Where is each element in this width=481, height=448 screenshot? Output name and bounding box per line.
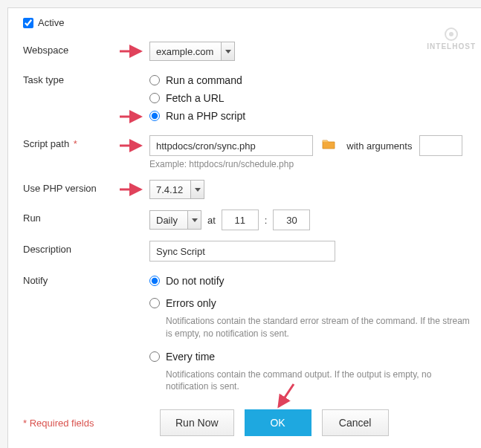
row-scriptpath: Script path * with arguments Example: ht… [23, 135, 476, 169]
scriptpath-label: Script path [23, 138, 69, 149]
notify-none[interactable]: Do not notify [149, 272, 476, 290]
chevron-down-icon [221, 42, 234, 60]
run-period-value: Daily [150, 215, 187, 226]
webspace-label: Webspace [23, 42, 149, 56]
webspace-select[interactable]: example.com [149, 42, 235, 61]
tasktype-php[interactable]: Run a PHP script [149, 107, 476, 125]
tasktype-label: Task type [23, 71, 149, 85]
description-label: Description [23, 241, 149, 255]
footer: * Required fields Run Now OK Cancel [23, 409, 476, 436]
time-separator: : [265, 215, 268, 226]
tasktype-php-label: Run a PHP script [166, 110, 245, 122]
folder-icon[interactable] [320, 135, 337, 152]
notify-every[interactable]: Every time [149, 348, 476, 366]
tasktype-url[interactable]: Fetch a URL [149, 89, 476, 107]
notify-errors[interactable]: Errors only [149, 294, 476, 312]
required-marker: * [74, 138, 77, 149]
row-notify: Notify Do not notify Errors only Notific… [23, 272, 476, 393]
tasktype-url-label: Fetch a URL [166, 92, 225, 104]
row-phpversion: Use PHP version 7.4.12 [23, 180, 476, 199]
notify-errors-label: Errors only [166, 297, 216, 309]
tasktype-command[interactable]: Run a command [149, 71, 476, 89]
phpversion-value: 7.4.12 [150, 184, 190, 195]
notify-label: Notify [23, 272, 149, 286]
chevron-down-icon [187, 211, 201, 229]
tasktype-command-label: Run a command [166, 74, 242, 86]
notify-none-label: Do not notify [166, 275, 225, 287]
notify-every-label: Every time [166, 351, 215, 363]
phpversion-label: Use PHP version [23, 180, 149, 194]
with-arguments-label: with arguments [346, 140, 412, 152]
chevron-down-icon [190, 181, 204, 198]
row-run: Run Daily at : [23, 210, 476, 230]
scriptpath-hint: Example: httpdocs/run/schedule.php [149, 159, 476, 169]
notify-every-hint: Notifications contain the command output… [166, 369, 476, 394]
notify-errors-hint: Notifications contain the standard error… [166, 315, 476, 340]
required-fields-note: * Required fields [23, 418, 149, 429]
scriptpath-input[interactable] [149, 135, 313, 156]
task-form-panel: INTELHOST Active Webspace example.com Ta… [7, 7, 481, 448]
row-description: Description [23, 241, 476, 262]
webspace-value: example.com [150, 46, 221, 57]
active-label: Active [38, 17, 64, 28]
run-now-button[interactable]: Run Now [160, 409, 234, 436]
ok-button[interactable]: OK [245, 409, 311, 436]
run-minute-input[interactable] [273, 210, 310, 230]
description-input[interactable] [149, 241, 335, 262]
pointer-arrow [120, 111, 145, 123]
row-active: Active [23, 17, 476, 28]
run-label: Run [23, 210, 149, 224]
row-tasktype: Task type Run a command Fetch a URL Run … [23, 71, 476, 125]
phpversion-select[interactable]: 7.4.12 [149, 180, 204, 199]
row-webspace: Webspace example.com [23, 42, 476, 61]
run-hour-input[interactable] [222, 210, 259, 230]
cancel-button[interactable]: Cancel [322, 409, 389, 436]
run-at-label: at [207, 215, 216, 226]
active-checkbox-input[interactable] [23, 18, 33, 28]
run-period-select[interactable]: Daily [149, 210, 201, 230]
active-checkbox[interactable]: Active [23, 17, 64, 28]
arguments-input[interactable] [419, 135, 462, 156]
